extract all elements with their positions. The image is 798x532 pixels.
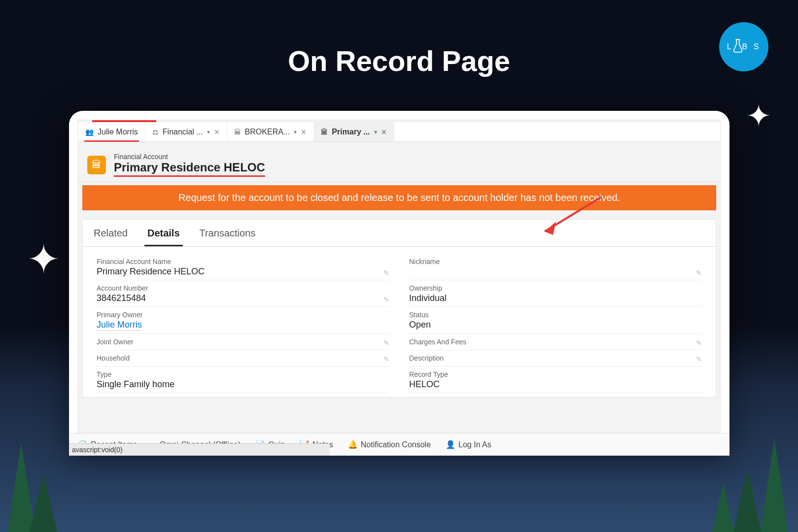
chevron-down-icon[interactable]: ▾ bbox=[374, 129, 377, 135]
close-icon[interactable]: ✕ bbox=[214, 128, 220, 136]
field-charges-fees: Charges And Fees ✎ bbox=[409, 334, 702, 350]
field-label: Primary Owner bbox=[97, 311, 389, 319]
field-label: Financial Account Name bbox=[97, 258, 389, 266]
tab-label: Julie Morris bbox=[98, 128, 138, 136]
workspace-tabs: 👥 Julie Morris ⚖ Financial ... ▾ ✕ 🏛 BRO… bbox=[78, 122, 720, 142]
browser-status-text: avascript:void(0) bbox=[69, 443, 330, 456]
field-label: Status bbox=[409, 311, 702, 319]
field-label: Ownership bbox=[409, 284, 702, 292]
object-label: Financial Account bbox=[114, 153, 265, 161]
bank-icon: 🏛 bbox=[321, 128, 328, 136]
edit-icon[interactable]: ✎ bbox=[696, 269, 702, 277]
financial-account-icon: 🏛 bbox=[87, 156, 106, 174]
field-label: Joint Owner bbox=[97, 338, 389, 346]
tab-julie-morris[interactable]: 👥 Julie Morris bbox=[78, 122, 145, 141]
field-nickname: Nickname ✎ bbox=[409, 254, 702, 280]
edit-icon[interactable]: ✎ bbox=[383, 269, 389, 277]
field-joint-owner: Joint Owner ✎ bbox=[97, 334, 389, 350]
field-label: Household bbox=[97, 354, 389, 362]
utility-notification-console[interactable]: 🔔 Notification Console bbox=[348, 440, 431, 449]
field-label: Description bbox=[409, 354, 702, 362]
person-icon: 👤 bbox=[446, 440, 455, 449]
edit-icon[interactable]: ✎ bbox=[383, 339, 389, 347]
field-household: Household ✎ bbox=[97, 350, 389, 366]
chevron-down-icon[interactable]: ▾ bbox=[294, 129, 297, 135]
tab-brokera[interactable]: 🏛 BROKERA... ▾ ✕ bbox=[227, 122, 314, 141]
accounts-icon: ⚖ bbox=[152, 128, 159, 136]
edit-icon[interactable]: ✎ bbox=[696, 355, 702, 363]
field-account-number: Account Number 3846215484 ✎ bbox=[97, 280, 389, 307]
field-label: Nickname bbox=[409, 258, 702, 266]
field-value: Primary Residence HELOC bbox=[97, 266, 205, 276]
record-header: 🏛 Financial Account Primary Residence HE… bbox=[78, 142, 720, 182]
field-value: Open bbox=[409, 320, 431, 330]
field-financial-account-name: Financial Account Name Primary Residence… bbox=[97, 254, 389, 280]
content-tabs: Related Details Transactions bbox=[83, 220, 716, 247]
tab-financial[interactable]: ⚖ Financial ... ▾ ✕ bbox=[145, 122, 227, 141]
field-primary-owner: Primary Owner Julie Morris bbox=[97, 307, 389, 334]
utility-label: Notification Console bbox=[361, 440, 431, 449]
field-value: HELOC bbox=[409, 379, 440, 389]
field-label: Type bbox=[97, 370, 389, 378]
alert-banner: Request for the account to be closed and… bbox=[82, 185, 716, 210]
record-title: Primary Residence HELOC bbox=[114, 161, 265, 177]
close-icon[interactable]: ✕ bbox=[381, 128, 387, 136]
slide-title: On Record Page bbox=[0, 44, 798, 77]
tab-label: BROKERA... bbox=[245, 128, 290, 136]
field-ownership: Ownership Individual bbox=[409, 280, 702, 307]
edit-icon[interactable]: ✎ bbox=[383, 296, 389, 303]
utility-label: Log In As bbox=[458, 440, 491, 449]
field-value: Single Family home bbox=[97, 379, 174, 389]
field-label: Charges And Fees bbox=[409, 338, 702, 346]
field-value: 3846215484 bbox=[97, 293, 146, 303]
field-description: Description ✎ bbox=[409, 350, 702, 366]
edit-icon[interactable]: ✎ bbox=[696, 339, 702, 347]
field-value-link[interactable]: Julie Morris bbox=[97, 320, 142, 331]
tab-related[interactable]: Related bbox=[91, 220, 131, 246]
field-type: Type Single Family home bbox=[97, 366, 389, 393]
bank-icon: 🏛 bbox=[234, 128, 241, 136]
tab-details[interactable]: Details bbox=[144, 220, 183, 246]
chevron-down-icon[interactable]: ▾ bbox=[207, 129, 210, 135]
details-fields: Financial Account Name Primary Residence… bbox=[83, 247, 716, 397]
browser-frame: 👥 Julie Morris ⚖ Financial ... ▾ ✕ 🏛 BRO… bbox=[69, 111, 729, 456]
bell-icon: 🔔 bbox=[348, 440, 358, 449]
tab-label: Primary ... bbox=[332, 128, 370, 136]
field-label: Account Number bbox=[97, 284, 389, 292]
field-record-type: Record Type HELOC bbox=[409, 366, 702, 393]
star-decoration-icon: ✦ bbox=[746, 99, 771, 133]
close-icon[interactable]: ✕ bbox=[301, 128, 307, 136]
tab-label: Financial ... bbox=[163, 128, 203, 136]
field-label: Record Type bbox=[409, 370, 702, 378]
utility-log-in-as[interactable]: 👤 Log In As bbox=[446, 440, 491, 449]
edit-icon[interactable]: ✎ bbox=[383, 355, 389, 363]
tab-primary[interactable]: 🏛 Primary ... ▾ ✕ bbox=[314, 122, 394, 141]
field-status: Status Open bbox=[409, 307, 702, 334]
star-decoration-icon: ✦ bbox=[27, 236, 60, 282]
people-icon: 👥 bbox=[85, 128, 94, 136]
tab-transactions[interactable]: Transactions bbox=[197, 220, 259, 246]
field-value: Individual bbox=[409, 293, 447, 303]
